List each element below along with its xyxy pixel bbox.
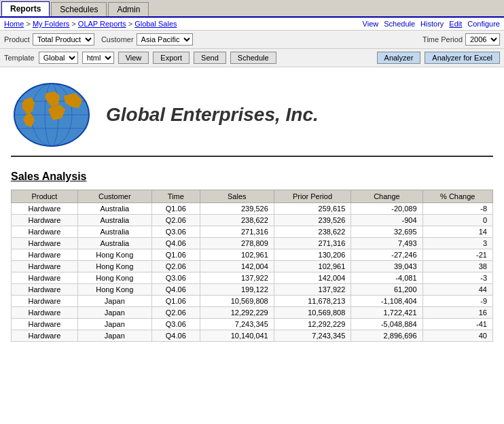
edit-link[interactable]: Edit [449,20,462,28]
table-cell: Hong Kong [77,261,151,272]
toolbar-bar: Template Global html View Export Send Sc… [0,49,504,67]
table-cell: Hardware [12,330,78,342]
tab-schedules[interactable]: Schedules [51,2,107,16]
view-button[interactable]: View [118,52,149,64]
sales-analysis-section: Sales Analysis Product Customer Time Sal… [11,171,493,342]
table-cell: Japan [77,307,151,319]
table-cell: 239,526 [200,203,274,215]
analyzer-button[interactable]: Analyzer [377,52,421,64]
table-cell: 199,122 [200,284,274,296]
timeperiod-select[interactable]: 2006 [465,33,500,46]
table-cell: Q3.06 [151,272,200,284]
customer-label: Customer [101,35,134,43]
table-row: HardwareJapanQ4.0610,140,0417,243,3452,8… [12,330,493,342]
configure-link[interactable]: Configure [467,20,500,28]
logo-area: Global Enterprises, Inc. [11,74,493,157]
table-cell: 142,004 [274,272,351,284]
table-cell: Hardware [12,261,78,272]
format-select[interactable]: html [82,52,114,64]
breadcrumb-myfolders[interactable]: My Folders [33,20,69,28]
table-cell: -9 [422,296,492,307]
analyzer-excel-button[interactable]: Analyzer for Excel [425,52,500,64]
table-cell: 7,493 [351,238,422,249]
table-cell: 1,722,421 [351,307,422,319]
table-cell: Australia [77,226,151,238]
table-cell: Japan [77,296,151,307]
breadcrumb-home[interactable]: Home [4,20,24,28]
table-cell: 39,043 [351,261,422,272]
table-header-row: Product Customer Time Sales Prior Period… [12,190,493,203]
table-cell: 271,316 [200,226,274,238]
table-cell: 3 [422,238,492,249]
table-cell: 238,622 [200,215,274,226]
table-cell: -904 [351,215,422,226]
table-cell: 10,569,808 [200,296,274,307]
table-cell: Q1.06 [151,296,200,307]
top-tabs: Reports Schedules Admin [0,0,504,18]
table-row: HardwareJapanQ3.067,243,34512,292,229-5,… [12,319,493,330]
table-cell: 102,961 [274,261,351,272]
table-cell: 7,243,345 [200,319,274,330]
table-cell: 137,922 [274,284,351,296]
table-cell: 7,243,345 [274,330,351,342]
top-links: View Schedule History Edit Configure [363,20,500,28]
table-cell: Q1.06 [151,203,200,215]
table-cell: Q4.06 [151,238,200,249]
table-cell: Q2.06 [151,307,200,319]
table-cell: -3 [422,272,492,284]
table-row: HardwareHong KongQ2.06142,004102,96139,0… [12,261,493,272]
table-cell: Q2.06 [151,215,200,226]
template-select[interactable]: Global [39,52,78,64]
col-sales: Sales [200,190,274,203]
breadcrumb-globalsales[interactable]: Global Sales [134,20,177,28]
table-cell: Hardware [12,284,78,296]
product-select[interactable]: Total Product [33,33,94,46]
table-cell: Hardware [12,296,78,307]
breadcrumb-olapreports[interactable]: OLAP Reports [78,20,126,28]
table-cell: 278,809 [200,238,274,249]
table-row: HardwareAustraliaQ1.06239,526259,615-20,… [12,203,493,215]
table-cell: 137,922 [200,272,274,284]
table-cell: Hardware [12,203,78,215]
table-cell: -27,246 [351,249,422,261]
product-filter-group: Product Total Product [4,33,94,46]
table-cell: 259,615 [274,203,351,215]
view-link[interactable]: View [363,20,379,28]
history-link[interactable]: History [420,20,444,28]
filter-bar: Product Total Product Customer Asia Paci… [0,31,504,49]
globe-icon [11,81,92,149]
table-cell: Australia [77,203,151,215]
table-cell: Hardware [12,215,78,226]
table-cell: 130,206 [274,249,351,261]
col-prior-period: Prior Period [274,190,351,203]
table-cell: Japan [77,330,151,342]
table-cell: Q3.06 [151,319,200,330]
table-cell: 239,526 [274,215,351,226]
table-cell: Hardware [12,272,78,284]
send-button[interactable]: Send [194,52,226,64]
table-row: HardwareJapanQ2.0612,292,22910,569,8081,… [12,307,493,319]
table-cell: Hong Kong [77,272,151,284]
table-row: HardwareAustraliaQ2.06238,622239,526-904… [12,215,493,226]
table-cell: 142,004 [200,261,274,272]
table-cell: -20,089 [351,203,422,215]
schedule-button[interactable]: Schedule [230,52,276,64]
table-row: HardwareHong KongQ1.06102,961130,206-27,… [12,249,493,261]
table-cell: 16 [422,307,492,319]
customer-select[interactable]: Asia Pacific [137,33,193,46]
export-button[interactable]: Export [153,52,190,64]
table-cell: Q3.06 [151,226,200,238]
tab-reports[interactable]: Reports [1,1,50,16]
col-time: Time [151,190,200,203]
breadcrumb-bar: Home > My Folders > OLAP Reports > Globa… [0,18,504,31]
tab-admin[interactable]: Admin [108,2,149,16]
table-row: HardwareAustraliaQ4.06278,809271,3167,49… [12,238,493,249]
table-cell: 102,961 [200,249,274,261]
table-cell: Hardware [12,238,78,249]
table-cell: 10,140,041 [200,330,274,342]
table-cell: Hardware [12,226,78,238]
customer-filter-group: Customer Asia Pacific [101,33,193,46]
schedule-link[interactable]: Schedule [384,20,415,28]
table-row: HardwareHong KongQ4.06199,122137,92261,2… [12,284,493,296]
table-cell: Q4.06 [151,330,200,342]
